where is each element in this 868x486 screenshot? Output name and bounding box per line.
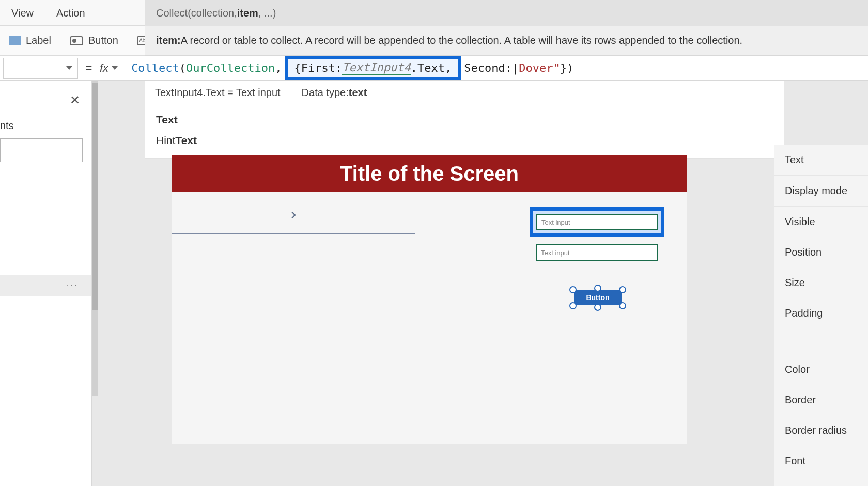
insert-label-text: Label: [26, 35, 51, 46]
screen-title-label: Title of the Screen: [172, 155, 687, 192]
tok-textinput-ref: TextInput4: [342, 61, 410, 75]
equals-sign: =: [78, 61, 100, 75]
tok-collection: OurCollection: [186, 61, 275, 74]
menu-action[interactable]: Action: [45, 0, 97, 26]
label-icon: [9, 36, 21, 45]
resize-handle-se[interactable]: [619, 302, 626, 309]
button-selection-wrap: Button: [564, 284, 631, 311]
textinput5[interactable]: Text input: [536, 244, 658, 261]
prop-position[interactable]: Position: [774, 237, 868, 268]
tok-string: Dover": [519, 61, 560, 74]
prop-border-radius[interactable]: Border radius: [774, 415, 868, 446]
tok-second-label: Second:: [464, 61, 512, 74]
treeview-label-fragment: nts: [0, 120, 14, 132]
resize-handle-s[interactable]: [594, 304, 601, 311]
resize-handle-nw[interactable]: [569, 286, 577, 293]
close-icon[interactable]: ✕: [70, 93, 80, 107]
divider: [0, 177, 91, 177]
signature-prefix: Collect(collection,: [156, 7, 237, 19]
props-spacer: [774, 328, 868, 354]
treeview-selected-item[interactable]: ···: [0, 275, 91, 296]
chevron-right-icon[interactable]: ›: [290, 203, 296, 224]
canvas[interactable]: Title of the Screen › Text input Text in…: [172, 155, 687, 444]
intel-rhs-pre: Data type:: [302, 87, 349, 99]
property-selector[interactable]: [3, 58, 78, 79]
intellisense-panel: TextInput4.Text = Text input Data type: …: [145, 81, 784, 159]
textinput4[interactable]: Text input: [536, 214, 658, 230]
intel-item-text[interactable]: Text: [145, 109, 784, 130]
prop-padding[interactable]: Padding: [774, 298, 868, 328]
tree-view-panel: ✕ nts ···: [0, 81, 92, 486]
prop-color[interactable]: Color: [774, 354, 868, 385]
tok-comma: ,: [275, 61, 282, 74]
desc-prefix: item:: [156, 35, 181, 46]
highlight-first-field: {First: TextInput4 .Text,: [285, 56, 461, 80]
menu-view[interactable]: View: [0, 0, 45, 26]
intellisense-info-row: TextInput4.Text = Text input Data type: …: [145, 81, 784, 104]
intel-item-plain: Hint: [156, 134, 175, 146]
parameter-description: item: A record or table to collect. A re…: [145, 26, 868, 56]
gallery-row[interactable]: ›: [172, 194, 415, 234]
prop-display-mode[interactable]: Display mode: [774, 176, 868, 207]
ellipsis-icon[interactable]: ···: [66, 281, 79, 290]
fx-label: fx: [100, 61, 109, 75]
intel-rhs-bold: text: [349, 87, 367, 99]
fx-button[interactable]: fx: [100, 61, 123, 75]
button-icon: [70, 36, 83, 45]
signature-suffix: , ...): [258, 7, 276, 19]
resize-handle-ne[interactable]: [619, 286, 626, 293]
insert-button-text: Button: [88, 35, 118, 46]
intel-item-bold: Text: [175, 134, 197, 146]
highlight-textinput4: Text input: [530, 207, 664, 237]
treeview-scrollbar[interactable]: [92, 81, 98, 396]
canvas-button[interactable]: Button: [574, 290, 622, 305]
formula-input[interactable]: Collect ( OurCollection , {First: TextIn…: [123, 56, 868, 80]
formula-bar: = fx Collect ( OurCollection , {First: T…: [0, 56, 868, 81]
tok-cursor: |: [512, 61, 519, 74]
scrollbar-thumb[interactable]: [92, 83, 98, 310]
intel-item-bold: Text: [156, 114, 178, 126]
signature-bold: item: [237, 7, 258, 19]
prop-text[interactable]: Text: [774, 145, 868, 176]
chevron-down-icon: [112, 66, 118, 70]
resize-handle-n[interactable]: [594, 285, 601, 292]
tok-collect: Collect: [131, 61, 179, 74]
prop-size[interactable]: Size: [774, 268, 868, 298]
insert-button-button[interactable]: Button: [60, 35, 128, 46]
formula-signature: Collect(collection, item , ...): [145, 0, 868, 26]
intel-lhs: TextInput4.Text = Text input: [145, 81, 291, 104]
prop-visible[interactable]: Visible: [774, 207, 868, 237]
resize-handle-sw[interactable]: [569, 302, 577, 309]
treeview-search-input[interactable]: [0, 138, 83, 162]
intellisense-list: Text HintText: [145, 104, 784, 158]
tok-brace-open: {First:: [295, 61, 343, 74]
prop-border[interactable]: Border: [774, 385, 868, 415]
tok-open: (: [179, 61, 186, 74]
prop-font[interactable]: Font: [774, 446, 868, 476]
insert-label-button[interactable]: Label: [0, 35, 60, 46]
properties-panel: Text Display mode Visible Position Size …: [774, 145, 868, 486]
desc-body: A record or table to collect. A record w…: [181, 35, 742, 46]
intel-item-hinttext[interactable]: HintText: [145, 130, 784, 151]
tok-close: }): [560, 61, 574, 74]
intel-rhs: Data type: text: [291, 81, 378, 104]
chevron-down-icon: [66, 66, 72, 70]
tok-ref-tail: .Text,: [411, 61, 452, 74]
